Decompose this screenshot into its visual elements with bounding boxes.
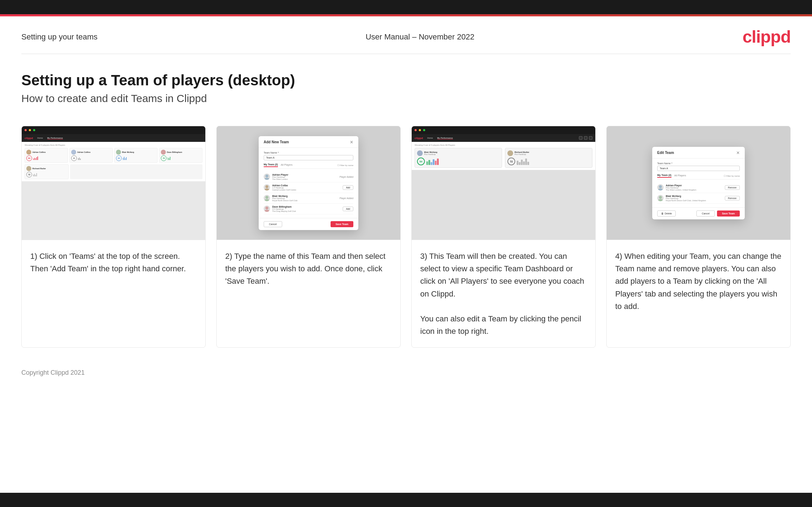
mock-edit-dialog-close-icon[interactable]: ✕ xyxy=(736,150,740,155)
mock-team-name-input[interactable]: Team A xyxy=(264,155,353,160)
mock-player-name-4: Dave Billingham xyxy=(272,206,341,208)
svg-point-0 xyxy=(265,175,268,177)
mock-added-label-1: Player Added xyxy=(339,176,353,178)
cards-grid: clippd Home My Performance Showing 4 out… xyxy=(21,126,791,348)
mock-tab-all-players[interactable]: All Players xyxy=(281,164,292,167)
mock-team-content: Showing 4 out of 4 players from All Play… xyxy=(412,142,595,170)
mock-avatar-2 xyxy=(264,184,270,191)
svg-point-2 xyxy=(265,185,268,188)
mock-add-btn-4[interactable]: Add xyxy=(343,207,353,211)
mock-p2: Adrian Collins 0 xyxy=(69,148,113,163)
mock-team-name-label: Team Name * xyxy=(264,151,353,154)
page-title: Setting up a Team of players (desktop) xyxy=(21,72,791,89)
mock-dash-content: Showing 4 out of 4 players from All Play… xyxy=(22,142,205,181)
mock-p1: Adrian Collins 84 xyxy=(25,148,68,163)
mock-edit-dialog-title: Edit Team xyxy=(657,151,674,155)
svg-point-3 xyxy=(264,188,269,191)
mock-player-club-3: Plus HandicapRoyal North Devon Golf Club xyxy=(272,197,337,202)
main-content: Setting up a Team of players (desktop) H… xyxy=(0,54,812,362)
page-subtitle: How to create and edit Teams in Clippd xyxy=(21,92,791,105)
mock-p5: Richard Butler 72 xyxy=(25,164,69,179)
card-4-text: 4) When editing your Team, you can chang… xyxy=(607,240,790,347)
mock-add-btn-2[interactable]: Add xyxy=(343,185,353,190)
mock-edit-avatar-1 xyxy=(657,184,664,191)
mock-player-club-2: 1.5 HandicapCentral London Golf Centre xyxy=(272,187,341,191)
mock-nav-teams: My Performance xyxy=(47,137,63,139)
mock-player-name-2: Adrian Colba xyxy=(272,184,341,187)
card-3-text-part1: 3) This Team will then be created. You c… xyxy=(420,252,584,298)
mock-compare-1: Blair McHarg Plus Handicap 94 xyxy=(415,148,502,168)
mock-dialog-header: Add New Team ✕ xyxy=(259,136,358,148)
mock-topbar-3 xyxy=(412,126,595,134)
card-2-screenshot: Add New Team ✕ Team Name * Team A My Tea… xyxy=(217,126,400,240)
mock-cancel-btn[interactable]: Cancel xyxy=(264,221,282,227)
header-document-title: User Manual – November 2022 xyxy=(365,32,474,42)
mock-edit-team-dialog: Edit Team ✕ Team Name * Team A My Team (… xyxy=(652,147,745,219)
mock-nav-3: clippd Home My Performance xyxy=(412,134,595,142)
mock-player-info-1: Adrian Player Plus HandicapThe Shire Lon… xyxy=(272,174,337,180)
mock-player-item-1: Adrian Player Plus HandicapThe Shire Lon… xyxy=(264,172,353,182)
card-3-text-part2: You can also edit a Team by clicking the… xyxy=(420,314,581,336)
mock-edit-player-club-2: Plus HandicapRoyal North Devon Golf Club… xyxy=(666,197,723,202)
dot-green xyxy=(33,129,35,131)
svg-point-11 xyxy=(658,199,663,201)
mock-players-compare: Blair McHarg Plus Handicap 94 xyxy=(415,148,592,168)
mock-player-info-2: Adrian Colba 1.5 HandicapCentral London … xyxy=(272,184,341,191)
mock-dialog-close-icon[interactable]: ✕ xyxy=(350,140,353,145)
mock-dialog-body: Team Name * Team A My Team (2) All Playe… xyxy=(259,148,358,218)
svg-point-9 xyxy=(658,188,663,191)
mock-avatar-1 xyxy=(264,174,270,180)
card-4: Edit Team ✕ Team Name * Team A My Team (… xyxy=(606,126,791,348)
mock-p4: Dave Billingham 78 xyxy=(159,148,202,163)
card-3: clippd Home My Performance Showing 4 out… xyxy=(411,126,596,348)
header: Setting up your teams User Manual – Nove… xyxy=(0,16,812,54)
mock-player-list: Adrian Player Plus HandicapThe Shire Lon… xyxy=(264,172,353,214)
mock-delete-btn[interactable]: 🗑 Delete xyxy=(657,210,676,217)
mock-edit-team-name-label: Team Name * xyxy=(657,162,740,165)
svg-point-8 xyxy=(659,185,662,188)
mock-remove-btn-1[interactable]: Remove xyxy=(725,185,740,190)
mock-edit-tabs: My Team (2) All Players ☐ Filter by name xyxy=(657,174,740,180)
dot-red xyxy=(25,129,27,131)
mock-player-item-4: Dave Billingham 3.5 HandicapThe Drag May… xyxy=(264,204,353,214)
mock-tabs: My Team (2) All Players ☐ Filter by name xyxy=(264,163,353,169)
mock-save-team-btn[interactable]: Save Team xyxy=(331,221,353,227)
card-1-text: 1) Click on 'Teams' at the top of the sc… xyxy=(22,240,205,347)
mock-remove-btn-2[interactable]: Remove xyxy=(725,196,740,201)
card-2-text: 2) Type the name of this Team and then s… xyxy=(217,240,400,347)
bottom-bar xyxy=(0,493,812,507)
mock-edit-tab-my-team[interactable]: My Team (2) xyxy=(657,174,671,178)
mock-edit-dialog-footer: 🗑 Delete Cancel Save Team xyxy=(652,207,745,219)
mock-edit-dialog-body: Team Name * Team A My Team (2) All Playe… xyxy=(652,159,745,207)
card-1-screenshot: clippd Home My Performance Showing 4 out… xyxy=(22,126,205,240)
mock-dialog-footer: Cancel Save Team xyxy=(259,218,358,230)
mock-player-info-3: Blair McHarg Plus HandicapRoyal North De… xyxy=(272,195,337,202)
svg-point-10 xyxy=(659,196,662,199)
mock-nav-3-home: Home xyxy=(427,137,433,139)
top-bar xyxy=(0,0,812,14)
mock-logo-1: clippd xyxy=(25,137,33,140)
card-4-screenshot: Edit Team ✕ Team Name * Team A My Team (… xyxy=(607,126,790,240)
mock-avatar-3 xyxy=(264,195,270,201)
mock-edit-save-btn[interactable]: Save Team xyxy=(717,210,740,217)
mock-edit-tab-all-players[interactable]: All Players xyxy=(674,174,686,177)
mock-team-label: Showing 4 out of 4 players from All Play… xyxy=(415,144,592,146)
mock-edit-avatar-2 xyxy=(657,195,664,201)
mock-edit-player-2: Blair McHarg Plus HandicapRoyal North De… xyxy=(657,193,740,204)
svg-point-4 xyxy=(265,196,268,199)
mock-player-item-2: Adrian Colba 1.5 HandicapCentral London … xyxy=(264,182,353,193)
mock-edit-player-info-2: Blair McHarg Plus HandicapRoyal North De… xyxy=(666,195,723,202)
mock-edit-player-info-1: Adrian Player Plus HandicapThe Shire Lon… xyxy=(666,184,723,191)
mock-edit-team-name-input[interactable]: Team A xyxy=(657,166,740,171)
mock-player-row-2: Richard Butler 72 xyxy=(25,164,202,179)
mock-player-club-4: 3.5 HandicapThe Drag Maying Golf Club xyxy=(272,208,341,212)
mock-edit-cancel-btn[interactable]: Cancel xyxy=(696,210,715,217)
mock-tab-my-team[interactable]: My Team (2) xyxy=(264,163,278,167)
mock-edit-player-name-2: Blair McHarg xyxy=(666,195,723,197)
card-1: clippd Home My Performance Showing 4 out… xyxy=(21,126,206,348)
mock-nav-1: clippd Home My Performance xyxy=(22,134,205,142)
mock-player-name-1: Adrian Player xyxy=(272,174,337,176)
header-section-label: Setting up your teams xyxy=(21,32,97,42)
mock-logo-3: clippd xyxy=(415,137,423,140)
mock-add-team-dialog: Add New Team ✕ Team Name * Team A My Tea… xyxy=(259,136,358,230)
